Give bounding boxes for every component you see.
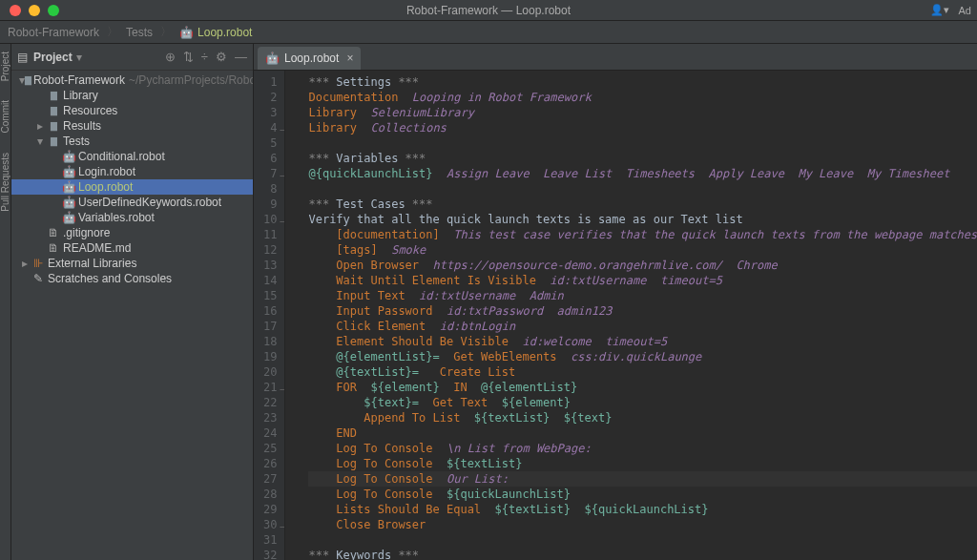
code-line[interactable] [308,181,977,197]
fold-icon[interactable]: − [280,382,284,397]
editor-code[interactable]: *** Settings ***Documentation Looping in… [285,71,977,560]
tree-arrow-icon[interactable]: ▾ [34,135,46,148]
tree-node[interactable]: ✎Scratches and Consoles [11,271,253,286]
file-icon: 🗎 [46,241,61,255]
code-line[interactable]: *** Keywords *** [308,548,977,560]
editor[interactable]: 1234−567−8910−1112131415161718192021−222… [254,71,977,560]
code-line[interactable]: Library SeleniumLibrary [308,105,977,120]
code-line[interactable]: Log To Console ${textList} [308,456,977,471]
project-pane-title[interactable]: Project [33,51,73,64]
tree-node[interactable]: 🤖Variables.robot [11,210,253,225]
gear-icon[interactable]: ⚙ [216,50,227,64]
code-line[interactable]: Verify that all the quick launch texts i… [308,212,977,227]
tree-node[interactable]: ▾▇Robot-Framework~/PycharmProjects/Robot… [11,73,253,88]
leftbar-pull-requests[interactable]: Pull Requests [0,153,10,212]
code-token: id:welcome timeout=5 [522,335,667,348]
code-line[interactable]: Open Browser https://opensource-demo.ora… [308,258,977,273]
collapse-icon[interactable]: ÷ [201,50,208,64]
code-line[interactable]: Log To Console \n List from WebPage: [308,441,977,456]
code-line[interactable]: Input Password id:txtPassword admin123 [308,303,977,319]
code-line[interactable]: FOR ${element} IN @{elementList} [308,380,977,395]
tree-node[interactable]: 🤖UserDefinedKeywords.robot [11,195,253,210]
minimize-window-icon[interactable] [29,5,40,16]
breadcrumb-item[interactable]: Tests [126,26,153,39]
code-token: *** [405,197,433,211]
code-token [308,365,336,379]
code-line[interactable]: Append To List ${textList} ${text} [308,410,977,425]
code-line[interactable]: [documentation] This test case verifies … [308,227,977,242]
code-line[interactable]: Documentation Looping in Robot Framework [308,90,977,105]
code-token: Element Should Be Visible [336,335,509,348]
code-line[interactable]: *** Variables *** [308,151,977,166]
scratch-icon: ✎ [31,272,46,285]
code-token [308,396,364,409]
code-line[interactable]: Log To Console Our List: [308,471,977,487]
code-line[interactable]: END [308,425,977,441]
code-line[interactable]: ${text}= Get Text ${element} [308,395,977,410]
window-controls[interactable] [10,5,59,16]
tree-node[interactable]: 🗎.gitignore [11,225,253,240]
chevron-down-icon[interactable]: ▾ [76,51,82,64]
sort-icon[interactable]: ⇅ [183,50,194,64]
code-line[interactable]: Wait Until Element Is Visible id:txtUser… [308,273,977,288]
code-token: Create List [440,365,515,379]
code-line[interactable]: [tags] Smoke [308,242,977,258]
tree-node-label: Scratches and Consoles [48,272,172,285]
tree-node-label: Tests [63,135,90,148]
code-token: @{quickLaunchList} [308,167,432,180]
code-token: @{textList}= [336,365,419,379]
fold-icon[interactable]: − [280,122,284,137]
user-menu-icon[interactable]: 👤▾ [930,4,949,16]
tree-node[interactable]: 🗎README.md [11,240,253,256]
code-line[interactable]: Library Collections [308,120,977,135]
close-tab-icon[interactable]: × [346,52,353,65]
tree-node[interactable]: 🤖Loop.robot [11,179,253,195]
tree-node[interactable]: ▸▇Results [11,118,253,134]
editor-tab[interactable]: 🤖Loop.robot× [258,47,361,70]
fold-icon[interactable]: − [280,168,284,183]
tree-node[interactable]: ▇Resources [11,103,253,118]
code-token: Get WebElements [453,350,556,363]
titlebar-right-label[interactable]: Ad [959,4,971,16]
project-tree[interactable]: ▾▇Robot-Framework~/PycharmProjects/Robot… [11,71,253,560]
code-line[interactable]: *** Test Cases *** [308,197,977,212]
maximize-window-icon[interactable] [48,5,59,16]
tree-node[interactable]: ▾▇Tests [11,134,253,149]
locate-icon[interactable]: ⊕ [165,50,176,64]
close-window-icon[interactable] [10,5,21,16]
tree-node[interactable]: 🤖Conditional.robot [11,149,253,164]
code-line[interactable]: Input Text id:txtUsername Admin [308,288,977,303]
tree-node[interactable]: ▇Library [11,88,253,103]
fold-icon[interactable]: − [280,519,284,534]
code-line[interactable]: Click Element id:btnLogin [308,319,977,334]
code-token [308,472,336,486]
code-line[interactable]: @{elementList}= Get WebElements css:div.… [308,349,977,364]
minimize-icon[interactable]: — [235,50,247,64]
code-token [433,472,447,486]
tree-node-label: README.md [63,241,131,255]
code-line[interactable] [308,135,977,151]
code-line[interactable]: Element Should Be Visible id:welcome tim… [308,334,977,349]
tree-arrow-icon[interactable]: ▸ [19,257,31,270]
robot-icon: 🤖 [265,52,280,65]
tree-arrow-icon[interactable]: ▸ [34,119,46,133]
code-line[interactable]: Close Browser [308,517,977,532]
code-token: Library [308,106,357,119]
code-line[interactable]: @{quickLaunchList} Assign Leave Leave Li… [308,166,977,181]
code-line[interactable]: @{textList}= Create List [308,364,977,380]
gutter-line-number: 19 [263,349,277,364]
gutter-line-number: 27 [263,471,277,487]
code-line[interactable]: Log To Console ${quickLaunchList} [308,487,977,502]
leftbar-project[interactable]: Project [0,52,10,81]
editor-tabs[interactable]: 🤖Loop.robot× [254,44,977,71]
tree-node[interactable]: ▸⊪External Libraries [11,256,253,271]
code-line[interactable]: *** Settings *** [308,74,977,90]
code-line[interactable]: Lists Should Be Equal ${textList} ${quic… [308,502,977,517]
breadcrumb-item[interactable]: 🤖Loop.robot [179,26,252,39]
fold-icon[interactable]: − [280,214,284,229]
code-token: ${element} [502,396,571,409]
leftbar-commit[interactable]: Commit [0,100,10,133]
breadcrumb-item[interactable]: Robot-Framework [8,26,99,39]
code-line[interactable] [308,532,977,548]
tree-node[interactable]: 🤖Login.robot [11,164,253,179]
